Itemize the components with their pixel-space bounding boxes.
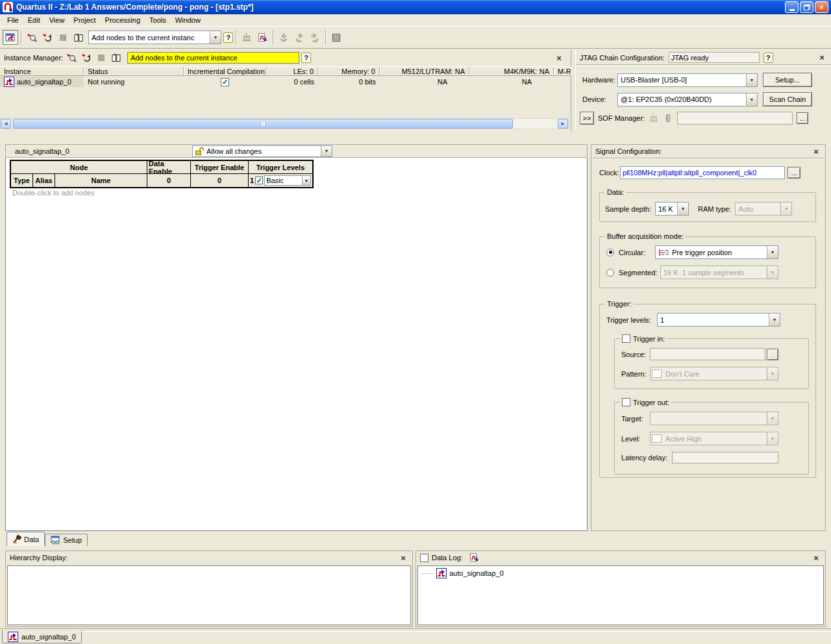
run-analysis-button[interactable] [24, 30, 40, 45]
col-les[interactable]: LEs: 0 [266, 67, 318, 75]
instance-horizontal-scrollbar[interactable]: ◄ ► [0, 118, 569, 129]
data-log-checkbox[interactable] [420, 554, 428, 562]
add-nodes-hint[interactable]: Double-click to add nodes [12, 189, 95, 197]
chevron-down-icon[interactable]: ▼ [210, 31, 221, 43]
trigger-in-group: Trigger in: Source: ... Pattern: Don't C… [614, 338, 809, 389]
sample-depth-label: Sample depth: [605, 205, 651, 213]
sof-file-field[interactable] [677, 112, 793, 125]
data-log-item[interactable]: auto_signaltap_0 [418, 566, 823, 578]
menu-tools[interactable]: Tools [145, 15, 171, 25]
target-combo: ▼ [650, 412, 778, 425]
im-help-icon[interactable]: ? [301, 53, 311, 63]
lock-mode-combo[interactable]: Allow all changes ▼ [192, 145, 332, 157]
signal-config-close-icon[interactable]: × [811, 146, 821, 156]
clock-field[interactable]: pll108MHz:pll|altpll:altpll_component|_c… [620, 166, 785, 179]
im-close-icon[interactable]: × [554, 53, 564, 63]
tab-setup[interactable]: Setup [45, 534, 88, 546]
trigger-out-checkbox[interactable] [622, 398, 630, 406]
col-mram[interactable]: M-RA [554, 67, 571, 75]
circular-radio[interactable] [606, 249, 614, 256]
titlebar[interactable]: Quartus II - Z:/Lab 1 Answers/Complete/p… [0, 0, 831, 14]
chevron-down-icon[interactable]: ▼ [769, 314, 780, 326]
hierarchy-close-icon[interactable]: × [398, 552, 408, 563]
tab-auto-signaltap-0[interactable]: auto_signaltap_0 [2, 630, 82, 643]
trigger-levels-header: Trigger Levels [249, 161, 312, 174]
instance-select-combo[interactable]: Add nodes to the current instanc ▼ [88, 31, 221, 44]
scroll-right-icon[interactable]: ► [558, 119, 568, 129]
stop-analysis-button[interactable] [55, 30, 71, 45]
trigger-out-title: Trigger out: [633, 399, 669, 406]
device-label: Device: [582, 95, 617, 103]
im-autorun-button[interactable] [80, 51, 93, 66]
sample-depth-combo[interactable]: 16 K ▼ [655, 202, 689, 216]
chevron-down-icon[interactable]: ▼ [677, 203, 688, 215]
circular-mode-combo[interactable]: Pre trigger position ▼ [655, 245, 778, 259]
col-instance[interactable]: Instance [0, 67, 84, 75]
col-memory[interactable]: Memory: 0 [318, 67, 380, 75]
clock-label: Clock: [599, 169, 620, 177]
menu-processing[interactable]: Processing [101, 15, 145, 25]
menubar: File Edit View Project Processing Tools … [0, 14, 831, 27]
read-data-button[interactable] [71, 30, 86, 45]
chevron-down-icon[interactable]: ▼ [321, 146, 332, 156]
instance-table-header: Instance Status Incremental Compilation … [0, 66, 571, 76]
trigger-levels-combo[interactable]: 1 ▼ [657, 313, 780, 327]
hierarchy-tree[interactable] [7, 565, 411, 625]
ram-type-value: Auto [736, 205, 780, 213]
scan-chain-button[interactable]: Scan Chain [763, 92, 812, 106]
compile-button[interactable] [239, 30, 254, 45]
im-run-analysis-button[interactable] [65, 51, 78, 66]
jtag-help-icon[interactable]: ? [763, 53, 773, 63]
setup-button[interactable]: Setup... [763, 73, 812, 87]
chevron-down-icon[interactable]: ▼ [746, 93, 757, 106]
col-incremental[interactable]: Incremental Compilation [184, 67, 266, 75]
mnemonic-table-button[interactable] [329, 30, 344, 45]
trigger-levels-label: Trigger levels: [606, 316, 657, 324]
signaltap-window-button[interactable] [3, 30, 18, 45]
hardware-label: Hardware: [582, 76, 617, 84]
instance-row[interactable]: auto_signaltap_0 Not running 0 cells 0 b… [0, 76, 571, 88]
col-status[interactable]: Status [84, 67, 184, 75]
minimize-button[interactable] [785, 1, 799, 13]
trigger-in-checkbox[interactable] [622, 334, 630, 343]
data-log-close-icon[interactable]: × [811, 552, 821, 563]
target-label: Target: [621, 415, 650, 423]
trigger-level-mode-combo[interactable]: Basic ▼ [264, 175, 311, 186]
col-m512[interactable]: M512/LUTRAM: NA [380, 67, 469, 75]
menu-project[interactable]: Project [69, 15, 100, 25]
clock-browse-button[interactable]: ... [788, 167, 800, 179]
trigger-level-checkbox[interactable] [255, 177, 263, 184]
program-device-button[interactable] [254, 30, 270, 45]
jtag-close-icon[interactable]: × [817, 53, 827, 63]
autorun-analysis-button[interactable] [40, 30, 55, 45]
menu-file[interactable]: File [3, 15, 23, 25]
tab-data[interactable]: Data [6, 532, 45, 546]
menu-view[interactable]: View [45, 15, 69, 25]
scroll-left-icon[interactable]: ◄ [1, 119, 11, 129]
instance-strip: auto_signaltap_0 Allow all changes ▼ [5, 144, 588, 158]
menu-edit[interactable]: Edit [23, 15, 45, 25]
sof-browse-button[interactable]: ... [797, 112, 808, 124]
insert-node-left-icon [291, 30, 307, 45]
segmented-combo: 16 K 1 sample segments ▼ [660, 266, 778, 279]
im-stop-button[interactable] [95, 51, 108, 66]
circular-label: Circular: [619, 249, 655, 256]
device-combo[interactable]: @1: EP2C35 (0x020B40DD) ▼ [617, 93, 758, 106]
restore-button[interactable] [800, 1, 813, 13]
setup-node-area[interactable]: Node Data Enable Trigger Enable Trigger … [5, 158, 588, 531]
segmented-radio[interactable] [606, 269, 614, 277]
data-group-title: Data: [605, 188, 626, 196]
hardware-combo[interactable]: USB-Blaster [USB-0] ▼ [617, 73, 758, 87]
menu-window[interactable]: Window [171, 15, 205, 25]
expand-button[interactable]: >> [580, 112, 594, 125]
chevron-down-icon[interactable]: ▼ [767, 246, 778, 258]
chevron-down-icon[interactable]: ▼ [746, 74, 757, 86]
incremental-compilation-checkbox[interactable] [221, 78, 229, 86]
chevron-down-icon[interactable]: ▼ [302, 176, 310, 185]
close-button[interactable]: × [815, 1, 828, 13]
pre-trigger-icon [658, 249, 669, 256]
scrollbar-thumb[interactable] [13, 119, 513, 129]
help-icon[interactable]: ? [223, 32, 233, 43]
im-read-data-button[interactable] [110, 51, 123, 66]
col-m4k[interactable]: M4K/M9K: NA [469, 67, 554, 75]
